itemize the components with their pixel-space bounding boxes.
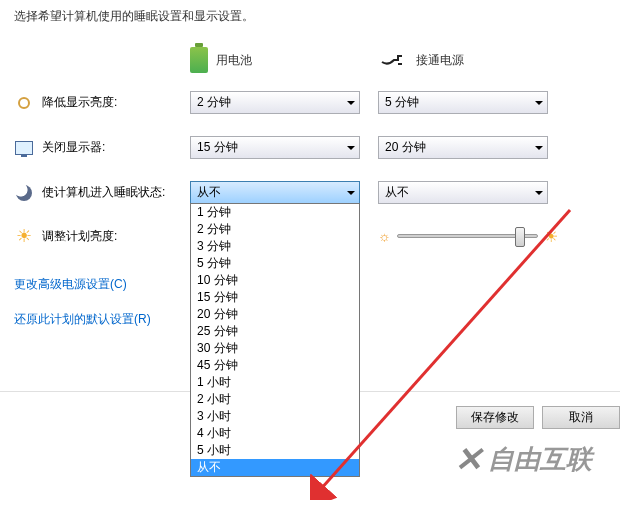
dropdown-option[interactable]: 5 小时 xyxy=(191,442,359,459)
brightness-low-icon: ☼ xyxy=(378,228,391,244)
dropdown-option[interactable]: 4 小时 xyxy=(191,425,359,442)
dropdown-option[interactable]: 5 分钟 xyxy=(191,255,359,272)
chevron-down-icon xyxy=(347,146,355,150)
chevron-down-icon xyxy=(535,101,543,105)
slider-thumb[interactable] xyxy=(515,227,525,247)
dropdown-option[interactable]: 30 分钟 xyxy=(191,340,359,357)
brightness-slider[interactable] xyxy=(397,234,538,238)
watermark: ✕自由互联 xyxy=(454,439,592,479)
dropdown-option[interactable]: 20 分钟 xyxy=(191,306,359,323)
plugged-label: 接通电源 xyxy=(416,52,464,69)
chevron-down-icon xyxy=(535,146,543,150)
off-plugged-select[interactable]: 20 分钟 xyxy=(378,136,548,159)
cancel-button[interactable]: 取消 xyxy=(542,406,620,429)
turn-off-display-row: 关闭显示器: 15 分钟 20 分钟 xyxy=(0,136,632,159)
sleep-plugged-select[interactable]: 从不 xyxy=(378,181,548,204)
dropdown-option[interactable]: 25 分钟 xyxy=(191,323,359,340)
dropdown-option[interactable]: 1 小时 xyxy=(191,374,359,391)
dropdown-option[interactable]: 从不 xyxy=(191,459,359,476)
column-header-row: 用电池 接通电源 xyxy=(0,47,632,73)
dropdown-option[interactable]: 3 分钟 xyxy=(191,238,359,255)
save-button[interactable]: 保存修改 xyxy=(456,406,534,429)
moon-icon xyxy=(14,183,34,203)
dropdown-option[interactable]: 2 分钟 xyxy=(191,221,359,238)
chevron-down-icon xyxy=(347,101,355,105)
off-battery-select[interactable]: 15 分钟 xyxy=(190,136,360,159)
dropdown-option[interactable]: 1 分钟 xyxy=(191,204,359,221)
brightness-high-icon: ☀ xyxy=(544,227,558,246)
sleep-label: 使计算机进入睡眠状态: xyxy=(42,184,165,201)
dim-battery-select[interactable]: 2 分钟 xyxy=(190,91,360,114)
sleep-battery-select[interactable]: 从不 xyxy=(190,181,360,204)
dropdown-option[interactable]: 3 小时 xyxy=(191,408,359,425)
dim-icon xyxy=(14,93,34,113)
chevron-down-icon xyxy=(347,191,355,195)
dropdown-option[interactable]: 2 小时 xyxy=(191,391,359,408)
battery-column-header: 用电池 xyxy=(190,47,380,73)
monitor-icon xyxy=(14,138,34,158)
off-label: 关闭显示器: xyxy=(42,139,105,156)
battery-label: 用电池 xyxy=(216,52,252,69)
sun-icon: ☀ xyxy=(14,226,34,246)
dropdown-option[interactable]: 15 分钟 xyxy=(191,289,359,306)
plug-icon xyxy=(380,52,408,68)
plugged-column-header: 接通电源 xyxy=(380,47,570,73)
brightness-label: 调整计划亮度: xyxy=(42,228,117,245)
dropdown-option[interactable]: 10 分钟 xyxy=(191,272,359,289)
sleep-battery-dropdown[interactable]: 1 分钟2 分钟3 分钟5 分钟10 分钟15 分钟20 分钟25 分钟30 分… xyxy=(190,203,360,477)
sleep-row: 使计算机进入睡眠状态: 从不 1 分钟2 分钟3 分钟5 分钟10 分钟15 分… xyxy=(0,181,632,204)
page-description: 选择希望计算机使用的睡眠设置和显示设置。 xyxy=(0,0,632,29)
dropdown-option[interactable]: 45 分钟 xyxy=(191,357,359,374)
chevron-down-icon xyxy=(535,191,543,195)
dim-label: 降低显示亮度: xyxy=(42,94,117,111)
battery-icon xyxy=(190,47,208,73)
dim-display-row: 降低显示亮度: 2 分钟 5 分钟 xyxy=(0,91,632,114)
dim-plugged-select[interactable]: 5 分钟 xyxy=(378,91,548,114)
